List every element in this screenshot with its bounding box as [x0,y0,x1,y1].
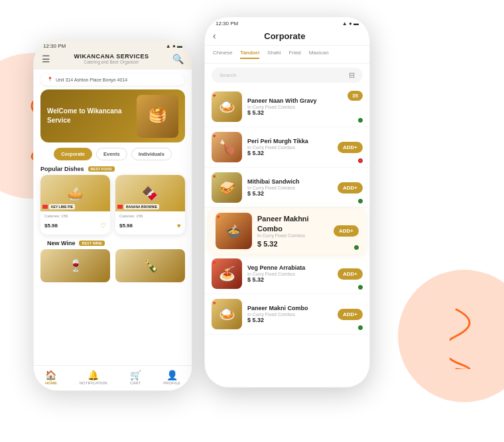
filter-icon[interactable]: ⊟ [349,71,355,80]
best-wine-badge: BEST WINE [79,241,105,246]
menu-item-5: ♥ 🍛 Paneer Makni Combo In Curry Fixed Co… [205,294,369,335]
dish-img-1: 🍫 BANANA BROWNIE [115,175,185,211]
menu-details-1: Peri Peri Murgh Tikka In Curry Fixed Com… [247,138,332,157]
menu-price-1: $ 5.32 [247,150,332,156]
menu-img-2: ♥ 🥪 [212,172,242,203]
tab-corporate[interactable]: Corporate [54,148,92,160]
nav-cart[interactable]: 🛒 CART [130,370,141,385]
cuisine-tab-shahi[interactable]: Shahi [267,50,281,59]
hero-image: 🥞 [137,95,178,138]
left-icons: ▲ ● ▬ [166,43,182,49]
add-btn-5[interactable]: ADD+ [338,309,363,320]
right-status-bar: 12:30 PM ▲ ● ▬ [205,17,369,28]
menu-sub-0: In Curry Fixed Combos [247,105,363,109]
menu-img-3: ♥ 🍲 [216,213,252,249]
location-bar: 📍 Unit 314 Ashton Place Bonyo 4014 [40,74,185,85]
phones-container: 12:30 PM ▲ ● ▬ ☰ WIKANCANA SERVICES Cate… [33,13,484,437]
nav-cart-label: CART [130,381,141,385]
veg-dot-5 [358,325,363,330]
menu-item-0: ♥ 🍛 Paneer Naan With Gravy In Curry Fixe… [205,87,369,127]
wine-card-1: 🍾 [115,249,185,282]
cuisine-tab-fried[interactable]: Fried [289,50,301,59]
search-placeholder: Search [220,72,236,78]
menu-img-5: ♥ 🍛 [212,299,242,329]
menu-item-3-highlighted: ♥ 🍲 Paneer Makhni Combo In Curry Fixed C… [209,208,365,254]
menu-item-4: ♥ 🍝 Veg Penne Arrabiata In Curry Fixed C… [205,254,369,294]
tab-individuals[interactable]: Individuals [131,148,172,160]
wine-title: New Wine BEST WINE [47,240,178,247]
right-icons: ▲ ● ▬ [342,21,359,27]
dish-label-0: KEY LIME PIE [49,204,75,209]
best-food-badge: BEST FOOD [88,166,115,172]
veg-dot-2 [358,199,363,203]
nav-notification[interactable]: 🔔 NOTIFICATION [80,370,107,385]
menu-price-5: $ 5.32 [247,317,332,323]
count-badge-0: 35 [347,91,363,101]
menu-list: ♥ 🍛 Paneer Naan With Gravy In Curry Fixe… [205,87,369,335]
menu-name-2: Mithibai Sandwich [247,178,332,186]
cuisine-tab-chinese[interactable]: Chinese [213,50,232,59]
hero-text: WelCome to Wikancana Service [47,107,137,125]
menu-img-1: ♥ 🍗 [212,132,242,162]
notification-icon: 🔔 [88,370,99,380]
right-header: ‹ Corporate [205,28,369,46]
dish-price-0: $5.98 [44,223,58,229]
dishes-row: 🥧 KEY LIME PIE Calories: 156 $5.98 ♡ 🍫 [40,175,185,235]
menu-sub-3: In Curry Fixed Combos [257,233,328,238]
menu-details-4: Veg Penne Arrabiata In Curry Fixed Combo… [247,264,332,284]
wine-card-0: 🍷 [40,249,110,282]
dish-flag-0 [42,205,48,209]
back-button[interactable]: ‹ [213,30,216,41]
hero-banner: WelCome to Wikancana Service 🥞 [40,89,185,142]
tab-events[interactable]: Events [96,148,127,160]
nav-profile-label: PROFILE [163,381,180,385]
new-wine-section: New Wine BEST WINE 🍷 🍾 [40,240,185,282]
veg-dot-0 [358,118,363,123]
left-phone: 12:30 PM ▲ ● ▬ ☰ WIKANCANA SERVICES Cate… [33,40,192,391]
app-title: WIKANCANA SERVICES [74,53,149,60]
cuisine-tabs: Chinese Tandori Shahi Fried Maxican [205,46,369,64]
add-btn-4[interactable]: ADD+ [338,268,363,280]
cuisine-tab-tandori[interactable]: Tandori [240,50,259,59]
menu-price-3: $ 5.32 [257,240,328,248]
menu-item-1: ♥ 🍗 Peri Peri Murgh Tikka In Curry Fixed… [205,127,369,168]
nav-home-label: HOME [45,381,57,385]
menu-details-2: Mithibai Sandwich In Curry Fixed Combos … [247,178,332,197]
left-time: 12:30 PM [43,43,66,49]
nav-profile[interactable]: 👤 PROFILE [163,370,180,385]
heart-small-4: ♥ [213,260,216,266]
location-pin-icon: 📍 [47,77,53,82]
add-btn-1[interactable]: ADD+ [338,142,363,153]
add-btn-3[interactable]: ADD+ [334,225,359,237]
nonveg-dot-1 [358,158,363,163]
veg-dot-4 [358,285,363,290]
search-bar[interactable]: Search ⊟ [212,68,363,83]
cuisine-tab-maxican[interactable]: Maxican [309,50,329,59]
left-header: ☰ WIKANCANA SERVICES Catering and Beer O… [34,50,192,70]
menu-sub-4: In Curry Fixed Combos [247,272,332,276]
search-icon[interactable]: 🔍 [172,54,184,64]
heart-small-5: ♥ [213,300,216,306]
right-phone: 12:30 PM ▲ ● ▬ ‹ Corporate Chinese Tando… [204,17,370,388]
header-center: WIKANCANA SERVICES Catering and Beer Org… [74,53,149,64]
wine-row: 🍷 🍾 [40,249,185,282]
menu-details-5: Paneer Makni Combo In Curry Fixed Combos… [247,305,332,324]
hamburger-icon[interactable]: ☰ [42,54,50,64]
category-tabs: Corporate Events Individuals [40,148,185,160]
menu-details-0: Paneer Naan With Gravy In Curry Fixed Co… [247,97,363,117]
heart-icon-0[interactable]: ♡ [100,222,106,229]
veg-dot-3 [354,245,359,250]
heart-small-1: ♥ [213,133,216,139]
home-icon: 🏠 [45,370,56,380]
dish-cal-0: Calories: 156 [44,214,106,218]
menu-name-1: Peri Peri Murgh Tikka [247,138,332,146]
left-status-bar: 12:30 PM ▲ ● ▬ [34,40,192,50]
menu-price-4: $ 5.32 [247,276,332,283]
corporate-title: Corporate [220,31,349,41]
add-btn-2[interactable]: ADD+ [338,182,363,193]
cart-icon: 🛒 [130,370,141,380]
app-tagline: Catering and Beer Organizer [74,60,149,64]
heart-icon-1[interactable]: ♥ [177,222,181,229]
menu-name-0: Paneer Naan With Gravy [247,97,363,105]
nav-home[interactable]: 🏠 HOME [45,370,57,385]
